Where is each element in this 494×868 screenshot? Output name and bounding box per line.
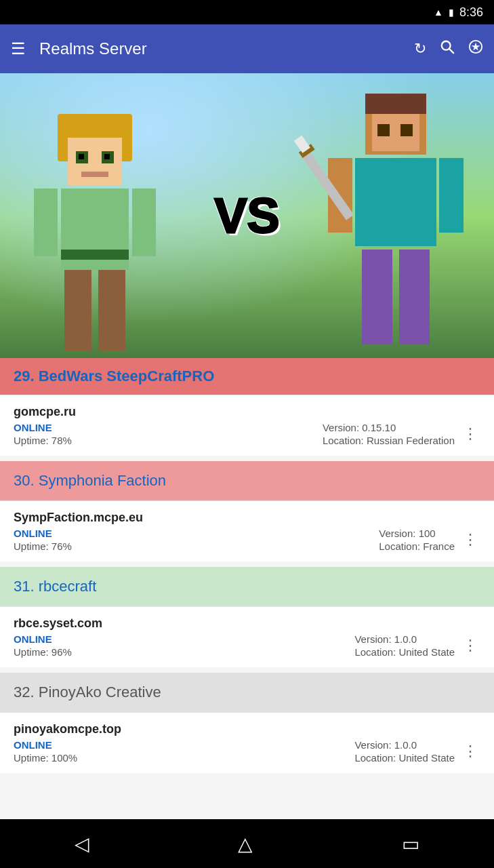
server-header-31: 31. rbcecraft: [0, 567, 494, 606]
server-right-31: Version: 1.0.0 Location: United State: [354, 633, 455, 658]
svg-rect-19: [365, 94, 426, 114]
search-button[interactable]: [440, 39, 455, 58]
battery-icon: ▮: [449, 7, 454, 18]
svg-marker-3: [472, 43, 480, 51]
server-location-29: Location: Russian Federation: [323, 435, 455, 446]
server-location-30: Location: France: [379, 540, 455, 552]
server-status-32: ONLINE: [14, 739, 341, 751]
server-left-31: ONLINE Uptime: 96%: [14, 633, 341, 658]
app-bar-actions: ↻: [414, 39, 483, 58]
character-right: [291, 87, 494, 358]
server-row-29: ONLINE Uptime: 78% Version: 0.15.10 Loca…: [14, 422, 480, 446]
server-version-30: Version: 100: [379, 528, 455, 539]
svg-rect-10: [104, 154, 110, 159]
server-version-32: Version: 1.0.0: [354, 739, 455, 751]
server-right-30: Version: 100 Location: France: [379, 528, 455, 552]
svg-rect-23: [355, 158, 436, 246]
menu-icon[interactable]: ☰: [11, 39, 26, 58]
server-header-32: 32. PinoyAko Creative: [0, 673, 494, 712]
server-row-32: ONLINE Uptime: 100% Version: 1.0.0 Locat…: [14, 739, 480, 764]
status-bar: ▲ ▮ 8:36: [0, 0, 494, 24]
server-detail-32: pinoyakomcpe.top ONLINE Uptime: 100% Ver…: [0, 712, 494, 773]
server-status-30: ONLINE: [14, 528, 365, 539]
content-area[interactable]: 29. BedWars SteepCraftPRO gomcpe.ru ONLI…: [0, 358, 494, 819]
server-host-31: rbce.syset.com: [14, 616, 480, 631]
server-right-32: Version: 1.0.0 Location: United State: [354, 739, 455, 764]
more-menu-30[interactable]: ⋮: [460, 528, 480, 551]
server-uptime-29: Uptime: 78%: [14, 435, 309, 446]
bottom-nav: ◁ △ ▭: [0, 819, 494, 868]
svg-rect-13: [61, 250, 129, 260]
server-detail-29: gomcpe.ru ONLINE Uptime: 78% Version: 0.…: [0, 395, 494, 456]
wifi-icon: ▲: [434, 7, 443, 18]
server-host-29: gomcpe.ru: [14, 405, 480, 419]
server-right-29: Version: 0.15.10 Location: Russian Feder…: [323, 422, 455, 446]
server-uptime-30: Uptime: 76%: [14, 540, 365, 552]
status-icons: ▲ ▮ 8:36: [434, 5, 483, 20]
svg-rect-26: [362, 250, 392, 344]
server-host-30: SympFaction.mcpe.eu: [14, 511, 480, 525]
server-header-29: 29. BedWars SteepCraftPRO: [0, 358, 494, 395]
recent-button[interactable]: ▭: [382, 826, 440, 862]
server-host-32: pinoyakomcpe.top: [14, 722, 480, 736]
server-status-29: ONLINE: [14, 422, 309, 433]
more-menu-32[interactable]: ⋮: [460, 740, 480, 763]
server-item-32: 32. PinoyAko Creative pinoyakomcpe.top O…: [0, 673, 494, 773]
star-button[interactable]: [468, 39, 483, 58]
svg-rect-27: [399, 250, 430, 344]
svg-rect-14: [34, 189, 58, 256]
svg-rect-16: [64, 270, 91, 351]
vs-text: VS: [214, 188, 279, 243]
svg-rect-15: [132, 189, 156, 256]
svg-rect-25: [439, 158, 464, 233]
server-uptime-32: Uptime: 100%: [14, 752, 341, 764]
home-button[interactable]: △: [218, 826, 273, 862]
server-uptime-31: Uptime: 96%: [14, 646, 341, 658]
app-title: Realms Server: [39, 39, 414, 58]
server-item-30: 30. Symphonia Faction SympFaction.mcpe.e…: [0, 461, 494, 561]
server-item-31: 31. rbcecraft rbce.syset.com ONLINE Upti…: [0, 567, 494, 667]
server-location-32: Location: United State: [354, 752, 455, 764]
server-version-31: Version: 1.0.0: [354, 633, 455, 645]
server-left-30: ONLINE Uptime: 76%: [14, 528, 365, 552]
server-location-31: Location: United State: [354, 646, 455, 658]
server-header-30: 30. Symphonia Faction: [0, 461, 494, 500]
svg-rect-22: [400, 124, 413, 136]
server-status-31: ONLINE: [14, 633, 341, 645]
server-row-30: ONLINE Uptime: 76% Version: 100 Location…: [14, 528, 480, 552]
server-item-29: 29. BedWars SteepCraftPRO gomcpe.ru ONLI…: [0, 358, 494, 456]
svg-rect-17: [98, 270, 125, 351]
server-detail-31: rbce.syset.com ONLINE Uptime: 96% Versio…: [0, 606, 494, 667]
character-left: [0, 100, 190, 358]
refresh-button[interactable]: ↻: [414, 40, 426, 58]
status-time: 8:36: [459, 5, 483, 20]
hero-image: VS: [0, 73, 494, 358]
server-left-29: ONLINE Uptime: 78%: [14, 422, 309, 446]
svg-rect-21: [377, 124, 390, 136]
server-detail-30: SympFaction.mcpe.eu ONLINE Uptime: 76% V…: [0, 500, 494, 561]
svg-rect-9: [79, 154, 84, 159]
more-menu-31[interactable]: ⋮: [460, 634, 480, 657]
server-left-32: ONLINE Uptime: 100%: [14, 739, 341, 764]
back-button[interactable]: ◁: [54, 826, 110, 862]
server-row-31: ONLINE Uptime: 96% Version: 1.0.0 Locati…: [14, 633, 480, 658]
svg-line-1: [449, 49, 453, 53]
server-version-29: Version: 0.15.10: [323, 422, 455, 433]
svg-rect-11: [81, 172, 108, 177]
more-menu-29[interactable]: ⋮: [460, 422, 480, 446]
app-bar: ☰ Realms Server ↻: [0, 24, 494, 73]
